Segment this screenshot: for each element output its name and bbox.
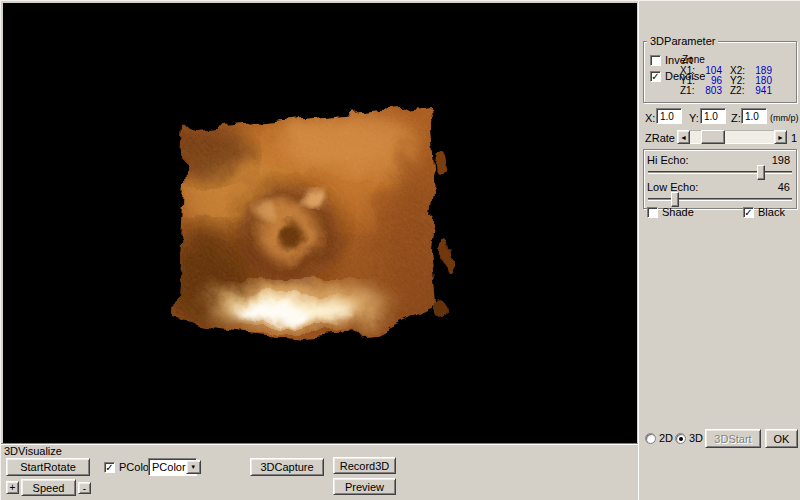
zone-z1-value: 803	[692, 85, 722, 96]
3d-viewport[interactable]	[3, 3, 637, 443]
speed-minus-button[interactable]: -	[78, 482, 91, 494]
hi-echo-thumb[interactable]	[757, 165, 765, 180]
shade-checkbox-box	[647, 207, 658, 218]
ultrasound-render	[3, 3, 637, 443]
low-echo-thumb[interactable]	[671, 192, 679, 207]
scale-x-label: X:	[645, 112, 655, 124]
preview-button[interactable]: Preview	[333, 478, 396, 495]
zone-row-x: X1: 104 X2: 189	[680, 65, 796, 75]
zone-row-y: Y1: 96 Y2: 180	[680, 75, 796, 85]
zrate-value: 1	[791, 132, 797, 144]
hi-echo-label: Hi Echo:	[647, 154, 689, 166]
zone-z2-value: 941	[742, 85, 772, 96]
zrate-scrollbar[interactable]: ◄ ►	[677, 130, 787, 144]
echo-groupbox: Hi Echo: 198 Low Echo: 46	[643, 149, 797, 209]
zrate-label: ZRate	[645, 132, 675, 144]
denoise-checkbox-box: ✓	[650, 71, 661, 82]
3dcapture-button[interactable]: 3DCapture	[250, 458, 324, 476]
scale-z-input[interactable]	[741, 108, 767, 124]
parameter-groupbox: 3DParameter Invert ✓ Denoise Zone X1: 10…	[643, 41, 797, 103]
parameter-group-title: 3DParameter	[647, 35, 718, 47]
low-echo-value: 46	[778, 181, 790, 193]
scale-y-label: Y:	[689, 112, 699, 124]
pcolor-checkbox-box: ✓	[104, 462, 115, 473]
shade-checkbox[interactable]: Shade	[647, 206, 694, 218]
app-window: 3DParameter Invert ✓ Denoise Zone X1: 10…	[0, 0, 800, 500]
zone-label: Zone	[682, 54, 705, 65]
black-checkbox[interactable]: ✓ Black	[743, 206, 785, 218]
start-rotate-button[interactable]: StartRotate	[6, 458, 90, 476]
black-checkbox-box: ✓	[743, 207, 754, 218]
scale-z-label: Z:	[731, 112, 741, 124]
3dstart-button[interactable]: 3DStart	[705, 429, 761, 448]
mode-3d-radio-label: 3D	[689, 432, 703, 444]
shade-checkbox-label: Shade	[662, 206, 694, 218]
pcolor-select-value: PColor	[149, 461, 186, 473]
speed-button[interactable]: Speed	[21, 479, 76, 496]
visualize-panel: 3DVisualize StartRotate ✓ PColor PColor …	[1, 443, 638, 500]
mode-2d-radio-circle	[645, 433, 656, 444]
zrate-left-arrow[interactable]: ◄	[677, 130, 690, 144]
invert-checkbox-box	[650, 55, 661, 66]
visualize-panel-title: 3DVisualize	[4, 445, 62, 457]
low-echo-slider[interactable]	[648, 198, 792, 201]
record3d-button[interactable]: Record3D	[333, 457, 396, 474]
mode-3d-radio-circle	[675, 433, 686, 444]
hi-echo-value: 198	[772, 154, 790, 166]
ok-button[interactable]: OK	[765, 429, 798, 448]
scale-x-input[interactable]	[656, 108, 682, 124]
mode-2d-radio-label: 2D	[659, 432, 673, 444]
black-checkbox-label: Black	[758, 206, 785, 218]
scale-y-input[interactable]	[700, 108, 726, 124]
zrate-thumb[interactable]	[701, 130, 725, 144]
mode-2d-radio[interactable]: 2D	[645, 432, 673, 444]
hi-echo-slider[interactable]	[648, 171, 792, 174]
speed-plus-button[interactable]: +	[6, 481, 19, 494]
parameter-panel: 3DParameter Invert ✓ Denoise Zone X1: 10…	[638, 1, 800, 500]
pcolor-checkbox[interactable]: ✓ PColor	[104, 461, 153, 473]
zone-row-z: Z1: 803 Z2: 941	[680, 85, 796, 95]
mode-3d-radio[interactable]: 3D	[675, 432, 703, 444]
dropdown-arrow-icon[interactable]: ▼	[186, 460, 201, 474]
zrate-right-arrow[interactable]: ►	[774, 130, 787, 144]
scale-unit-label: (mm/p)	[770, 113, 799, 123]
pcolor-select[interactable]: PColor ▼	[148, 458, 197, 476]
